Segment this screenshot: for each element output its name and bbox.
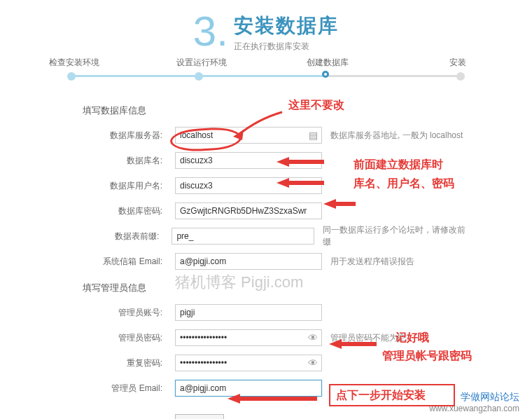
db-server-input[interactable] <box>175 127 322 144</box>
db-name-input[interactable] <box>175 152 322 169</box>
sys-email-hint: 用于发送程序错误报告 <box>330 256 414 268</box>
footer-brand: 学做网站论坛 www.xuewangzhan.com <box>429 391 519 413</box>
sys-email-input[interactable] <box>175 253 322 270</box>
db-pass-input[interactable] <box>175 202 322 219</box>
admin-pass2-label: 重复密码: <box>63 357 175 369</box>
progress-step-2: 设置运行环境 <box>176 57 227 69</box>
progress-step-3: 创建数据库 <box>307 57 349 69</box>
admin-email-input[interactable] <box>175 380 322 397</box>
db-prefix-hint: 同一数据库运行多个论坛时，请修改前缀 <box>323 224 469 248</box>
admin-email-label: 管理员 Email: <box>63 383 175 394</box>
db-server-label: 数据库服务器: <box>63 130 175 142</box>
db-prefix-label: 数据表前缀: <box>63 231 172 242</box>
sys-email-label: 系统信箱 Email: <box>63 256 175 268</box>
admin-user-label: 管理员账号: <box>63 307 175 319</box>
progress-bar: 检查安装环境 设置运行环境 创建数据库 安装 <box>63 69 469 83</box>
db-pass-label: 数据库密码: <box>63 205 175 217</box>
page-subtitle: 正在执行数据库安装 <box>234 41 339 53</box>
admin-pass-label: 管理员密码: <box>63 332 175 344</box>
step-number: 3. <box>193 7 228 55</box>
section-admin-title: 填写管理员信息 <box>83 282 469 294</box>
page-title: 安装数据库 <box>234 13 339 39</box>
section-db-title: 填写数据库信息 <box>83 104 469 117</box>
admin-pass-hint: 管理员密码不能为空 <box>330 332 406 344</box>
admin-user-input[interactable] <box>175 304 322 321</box>
admin-pass-input[interactable] <box>175 329 322 346</box>
db-server-hint: 数据库服务器地址, 一般为 localhost <box>330 130 463 142</box>
admin-pass2-input[interactable] <box>175 355 322 371</box>
next-button[interactable]: 下一步 <box>175 414 224 419</box>
progress-step-4: 安装 <box>449 57 466 69</box>
db-name-label: 数据库名: <box>63 155 175 167</box>
db-user-label: 数据库用户名: <box>63 180 175 192</box>
progress-step-1: 检查安装环境 <box>49 57 99 69</box>
db-user-input[interactable] <box>175 177 322 194</box>
db-prefix-input[interactable] <box>172 228 314 245</box>
